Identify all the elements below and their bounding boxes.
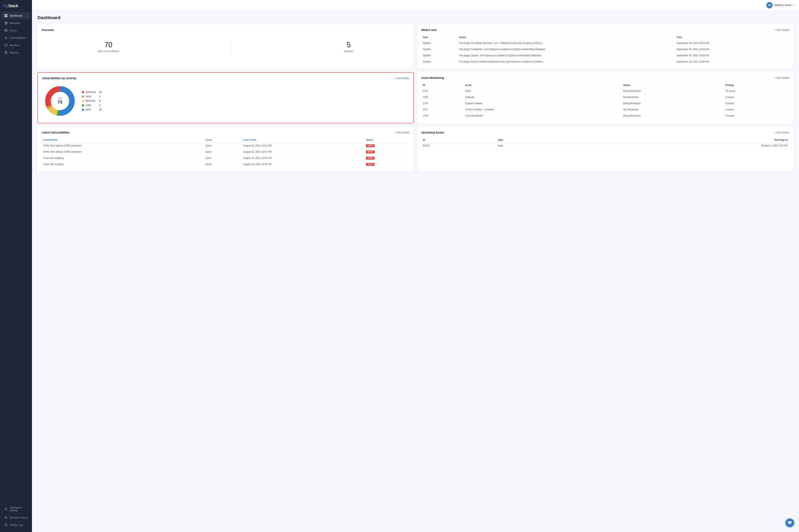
svg-rect-7 — [5, 29, 7, 32]
chat-icon — [788, 521, 792, 525]
latest-vuln-view-details[interactable]: » View Details — [395, 131, 410, 134]
legend-count: 9 — [99, 99, 101, 102]
legend-count: 37 — [99, 108, 102, 111]
legend-dot — [82, 96, 84, 98]
scan-type: Scan — [496, 143, 562, 149]
sidebar-item-reports-label: Reports — [10, 51, 19, 54]
sidebar-item-monitors-label: Monitors — [10, 44, 20, 47]
chat-bubble[interactable] — [785, 518, 794, 527]
scan-col-running-on: Running on — [562, 137, 789, 143]
legend-dot — [82, 104, 84, 106]
activity-time: September 30, 2021 10:58 AM — [675, 59, 789, 65]
asset-finding: 70 issues — [724, 88, 789, 94]
asset-id: 2375 — [421, 94, 464, 100]
asset-status: Not Monitored — [622, 107, 724, 113]
sidebar-item-manage-account[interactable]: Manage Account — [1, 514, 31, 521]
workspace-settings-icon — [4, 508, 7, 511]
asset-id: 2378 — [421, 113, 464, 119]
scan-table: ID Type Running on 83018 Scan October 1,… — [421, 137, 789, 149]
websites-count: 5 — [344, 41, 353, 49]
upcoming-scans-card: Upcoming Scans » View Details ID Type Ru… — [417, 127, 794, 171]
vuln-row: Cross site scripting CyArt August 16, 20… — [41, 161, 410, 167]
vuln-last-found: August 16, 2021 12:51 PM — [242, 149, 365, 155]
sidebar-item-scans[interactable]: Scans — [1, 27, 31, 34]
activity-row: System The plugin Car Repair Services < … — [421, 40, 789, 46]
vuln-last-found: August 16, 2021 12:51 PM — [242, 143, 365, 149]
whats-new-title: What's new — [421, 28, 436, 32]
donut-chart: Total 73 — [44, 85, 76, 117]
overview-stats: 70 Open Vulnerabilities 5 Websites — [41, 35, 410, 57]
sidebar-item-manage-account-label: Manage Account — [10, 516, 28, 519]
sidebar-item-activity-logs[interactable]: Activity Logs — [1, 521, 31, 529]
legend-item: LOW 2 — [82, 104, 102, 107]
vuln-name: HTML form without CSRF protection — [41, 149, 204, 155]
legend-name: HIGH — [86, 95, 97, 98]
upcoming-scans-view-details[interactable]: » View Details — [774, 131, 789, 134]
asset-monitoring-title: Asset Monitoring — [421, 76, 444, 79]
asset-row: 2376 CySport Verified Being Monitored 0 … — [421, 100, 789, 107]
scan-col-id: ID — [421, 137, 496, 143]
stat-divider — [231, 41, 232, 53]
sidebar-item-dashboard-label: Dashboard — [10, 14, 22, 17]
sidebar-item-monitors[interactable]: Monitors — [1, 41, 31, 49]
open-vulnerabilities-count: 70 — [98, 41, 119, 49]
vulnerabilities-severity-card: Vulnerabilities by severity » View Detai… — [38, 72, 414, 123]
latest-vulnerabilities-card: Latest Vulnerabilities » View Details Vu… — [38, 127, 414, 171]
user-badge[interactable]: WD WebSec Demo ▾ — [766, 2, 794, 8]
content: Dashboard Overview 70 Open Vulnerabiliti… — [32, 11, 799, 532]
donut-total-num: 73 — [57, 99, 62, 105]
sidebar-item-dashboard[interactable]: Dashboard — [1, 12, 31, 19]
vuln-name: Cross site scripting — [41, 161, 204, 167]
legend-count: 2 — [99, 95, 101, 98]
sidebar-item-workspace-settings-label: Workspace Settings — [10, 506, 28, 512]
sidebar-item-vulnerabilities-label: Vulnerabilities — [10, 36, 25, 39]
svg-point-17 — [5, 509, 6, 510]
sidebar-bottom: Workspace Settings Manage Account Activi… — [0, 502, 32, 532]
donut-center: Total 73 — [57, 97, 62, 105]
page-title: Dashboard — [38, 15, 794, 20]
sidebar: CyStack Dashboard Websites Scans Vulnera… — [0, 0, 32, 532]
vuln-asset: CyArt — [204, 161, 241, 167]
legend-name: MEDIUM — [86, 99, 97, 102]
overview-title: Overview — [41, 28, 54, 32]
user-name: WebSec Demo — [774, 4, 792, 6]
activity-user: System — [421, 53, 457, 59]
asset-status: Being Monitored — [622, 113, 724, 119]
vuln-severity-view-details[interactable]: » View Details — [394, 77, 409, 80]
whats-new-view-details[interactable]: » View Details — [774, 28, 789, 31]
latest-vuln-table: Vulnerability Asset Last Found Status HT… — [41, 137, 410, 167]
status-badge: OPEN — [366, 163, 374, 166]
avatar: WD — [766, 2, 773, 8]
scan-running-on: October 1, 2021 2:00 PM — [562, 143, 789, 149]
activity-action: The plugin Gurock TestRail Application f… — [457, 59, 675, 65]
activity-col-user: User — [421, 35, 457, 40]
asset-finding: 0 issues — [724, 107, 789, 113]
activity-user: System — [421, 40, 457, 46]
svg-rect-0 — [5, 14, 6, 15]
legend-count: 2 — [99, 104, 101, 107]
asset-id: 2377 — [421, 107, 464, 113]
sidebar-item-vulnerabilities[interactable]: Vulnerabilities — [1, 34, 31, 41]
sidebar-item-websites[interactable]: Websites — [1, 19, 31, 26]
sidebar-item-workspace-settings[interactable]: Workspace Settings — [1, 504, 31, 514]
status-badge: OPEN — [366, 157, 374, 160]
asset-row: 2378 CySocial Monitor Being Monitored 0 … — [421, 113, 789, 119]
logo-cy: Cy — [3, 4, 8, 8]
latest-vuln-title: Latest Vulnerabilities — [41, 131, 70, 134]
vuln-col-name: Vulnerability — [41, 137, 204, 143]
vuln-asset: CyArt — [204, 149, 241, 155]
activity-user: System — [421, 59, 457, 65]
asset-name: CySport Verified — [464, 100, 622, 107]
sidebar-item-reports[interactable]: Reports — [1, 49, 31, 56]
chart-area: Total 73 CRITICAL 23 HIGH 2 MEDIUM 9 LOW… — [42, 83, 409, 119]
asset-status: Being Monitored — [622, 100, 724, 107]
activity-col-time: Time — [675, 35, 789, 40]
vuln-name: Cross site scripting — [41, 155, 204, 161]
upcoming-scans-title: Upcoming Scans — [421, 131, 444, 134]
asset-monitoring-view-details[interactable]: » View Details — [774, 76, 789, 79]
reports-icon — [4, 51, 7, 54]
sidebar-item-websites-label: Websites — [10, 22, 20, 24]
asset-monitoring-header: Asset Monitoring » View Details — [421, 76, 789, 79]
activity-action: The plugin Codeigniter .env Exposure is … — [457, 46, 675, 53]
activity-row: System The plugin Codeigniter .env Expos… — [421, 46, 789, 53]
